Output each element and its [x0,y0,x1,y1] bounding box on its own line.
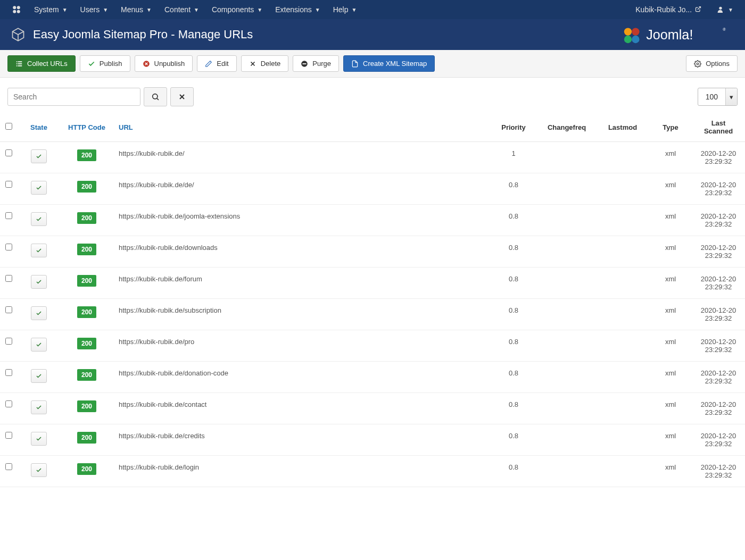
nav-help[interactable]: Help▼ [328,0,362,19]
table-row: 200 https://kubik-rubik.de/pro 0.8 xml 2… [0,330,745,362]
state-toggle-button[interactable] [31,244,47,257]
search-input[interactable] [7,88,140,106]
check-icon [36,153,42,160]
state-toggle-button[interactable] [31,369,47,383]
col-changefreq-header[interactable]: Changefreq [537,112,596,142]
check-icon [36,310,42,316]
row-checkbox[interactable] [5,181,12,188]
scanned-cell: 2020-12-20 23:29:32 [692,330,745,362]
http-code-badge: 200 [77,400,96,412]
svg-point-3 [17,10,20,13]
col-http-header[interactable]: HTTP Code [60,112,113,142]
nav-extensions[interactable]: Extensions▼ [270,0,325,19]
col-url-header[interactable]: URL [113,112,490,142]
scanned-cell: 2020-12-20 23:29:32 [692,205,745,236]
row-checkbox[interactable] [5,149,12,156]
type-cell: xml [649,299,692,330]
joomla-logo-icon[interactable] [6,0,27,19]
create-xml-sitemap-button[interactable]: Create XML Sitemap [343,55,435,72]
scanned-cell: 2020-12-20 23:29:32 [692,236,745,268]
table-row: 200 https://kubik-rubik.de/de/ 0.8 xml 2… [0,173,745,205]
col-lastmod-header[interactable]: Lastmod [596,112,649,142]
table-row: 200 https://kubik-rubik.de/downloads 0.8… [0,236,745,268]
check-icon [36,247,42,254]
type-cell: xml [649,362,692,393]
nav-content[interactable]: Content▼ [159,0,204,19]
row-checkbox[interactable] [5,400,12,407]
url-cell: https://kubik-rubik.de/downloads [113,236,490,268]
edit-button[interactable]: Edit [197,55,236,72]
url-cell: https://kubik-rubik.de/joomla-extensions [113,205,490,236]
clear-search-button[interactable] [170,87,194,106]
row-checkbox[interactable] [5,369,12,376]
type-cell: xml [649,330,692,362]
state-toggle-button[interactable] [31,306,47,320]
row-checkbox[interactable] [5,463,12,470]
nav-menus[interactable]: Menus▼ [115,0,157,19]
user-menu[interactable]: ▼ [711,0,739,19]
purge-button[interactable]: Purge [293,55,339,72]
select-all-checkbox[interactable] [5,123,12,130]
title-bar: Easy Joomla Sitemap Pro - Manage URLs Jo… [0,19,745,50]
lastmod-cell [596,268,649,299]
scanned-cell: 2020-12-20 23:29:32 [692,424,745,456]
nav-users[interactable]: Users▼ [75,0,113,19]
nav-components[interactable]: Components▼ [206,0,268,19]
changefreq-cell [537,173,596,205]
state-toggle-button[interactable] [31,212,47,226]
priority-cell: 1 [490,142,537,173]
site-link[interactable]: Kubik-Rubik Jo... [630,0,707,19]
limit-select[interactable]: 100 ▾ [698,88,738,106]
col-priority-header[interactable]: Priority [490,112,537,142]
search-button[interactable] [144,87,167,106]
state-toggle-button[interactable] [31,181,47,195]
state-toggle-button[interactable] [31,275,47,289]
unpublish-button[interactable]: Unpublish [135,55,193,72]
svg-point-1 [17,6,20,9]
row-checkbox[interactable] [5,306,12,313]
delete-button[interactable]: Delete [241,55,289,72]
svg-text:®: ® [723,27,726,32]
caret-down-icon: ▼ [194,7,199,13]
lastmod-cell [596,142,649,173]
http-code-badge: 200 [77,149,96,161]
col-type-header[interactable]: Type [649,112,692,142]
svg-line-4 [698,7,701,10]
row-checkbox[interactable] [5,432,12,439]
col-scanned-header[interactable]: Last Scanned [692,112,745,142]
check-icon [36,185,42,191]
state-toggle-button[interactable] [31,338,47,352]
caret-down-icon: ▼ [103,7,108,13]
state-toggle-button[interactable] [31,463,47,477]
changefreq-cell [537,142,596,173]
collect-urls-button[interactable]: Collect URLs [7,55,76,72]
nav-system[interactable]: System▼ [29,0,73,19]
caret-down-icon: ▾ [725,88,737,105]
publish-button[interactable]: Publish [80,55,130,72]
svg-point-2 [13,10,16,13]
state-toggle-button[interactable] [31,149,47,163]
row-checkbox[interactable] [5,275,12,282]
svg-rect-17 [18,65,22,66]
row-checkbox[interactable] [5,338,12,345]
row-checkbox[interactable] [5,244,12,250]
priority-cell: 0.8 [490,456,537,487]
table-row: 200 https://kubik-rubik.de/forum 0.8 xml… [0,268,745,299]
table-row: 200 https://kubik-rubik.de/joomla-extens… [0,205,745,236]
svg-point-8 [624,36,632,43]
external-link-icon [695,5,701,14]
check-icon [36,279,42,285]
type-cell: xml [649,456,692,487]
state-toggle-button[interactable] [31,400,47,414]
svg-text:Joomla!: Joomla! [646,27,693,42]
priority-cell: 0.8 [490,393,537,424]
scanned-cell: 2020-12-20 23:29:32 [692,299,745,330]
col-state-header[interactable]: State [18,112,60,142]
svg-point-6 [624,28,632,35]
row-checkbox[interactable] [5,212,12,219]
table-row: 200 https://kubik-rubik.de/login 0.8 xml… [0,456,745,487]
changefreq-cell [537,393,596,424]
state-toggle-button[interactable] [31,432,47,446]
priority-cell: 0.8 [490,424,537,456]
options-button[interactable]: Options [686,55,738,72]
